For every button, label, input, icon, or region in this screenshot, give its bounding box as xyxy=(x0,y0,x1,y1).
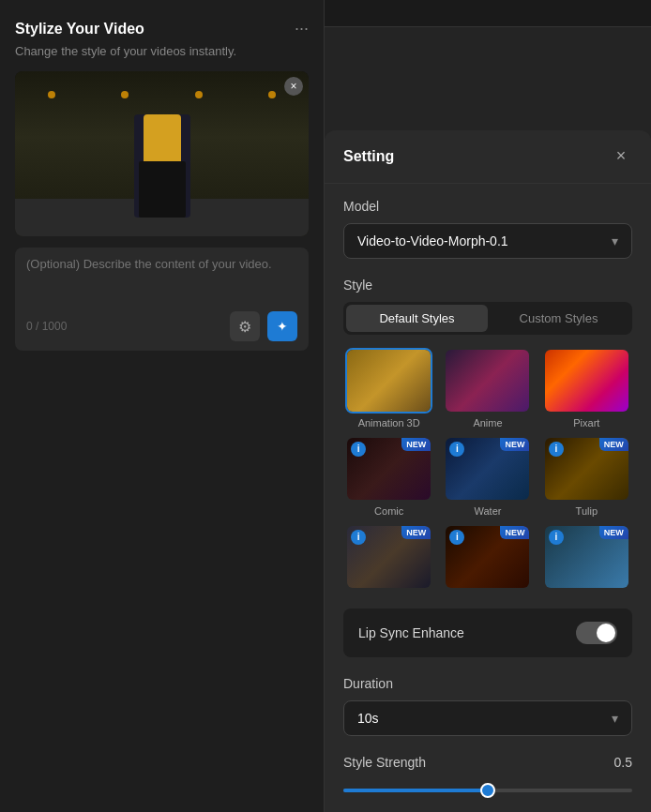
tab-custom-styles[interactable]: Custom Styles xyxy=(488,305,629,332)
new-badge: NEW xyxy=(500,526,529,539)
new-badge: NEW xyxy=(599,438,628,451)
new-badge: NEW xyxy=(500,438,529,451)
settings-content: Model Video-to-Video-Morph-0.1 ▾ Style D… xyxy=(325,184,651,807)
duration-label: Duration xyxy=(343,676,632,691)
scene-figure xyxy=(134,114,190,218)
style-thumb-tulip: i NEW xyxy=(543,436,630,502)
style-thumb-new1: i NEW xyxy=(345,524,432,590)
style-item-pixart[interactable]: Pixart xyxy=(541,348,632,429)
style-thumb-pixart xyxy=(543,348,630,414)
style-item-animation3d[interactable]: Animation 3D xyxy=(343,348,434,429)
style-item-anime[interactable]: Anime xyxy=(442,348,533,429)
scene-lights xyxy=(15,81,309,109)
slider-fill xyxy=(343,789,488,792)
magic-button[interactable]: ✦ xyxy=(267,311,297,341)
left-panel: Stylize Your Video ··· Change the style … xyxy=(0,0,324,812)
model-dropdown[interactable]: Video-to-Video-Morph-0.1 ▾ xyxy=(343,223,632,259)
light-dot xyxy=(268,91,276,98)
toggle-knob xyxy=(597,624,615,642)
style-thumb-animation3d xyxy=(345,348,432,414)
style-name-pixart: Pixart xyxy=(573,417,599,429)
panel-header: Stylize Your Video ··· xyxy=(15,19,309,38)
light-dot xyxy=(121,91,129,98)
model-value: Video-to-Video-Morph-0.1 xyxy=(357,233,508,248)
strength-header: Style Strength 0.5 xyxy=(343,755,632,779)
style-thumb-new2: i NEW xyxy=(444,524,531,590)
style-thumb-new3: i NEW xyxy=(543,524,630,590)
filter-button[interactable]: ⚙ xyxy=(230,311,260,341)
tab-default-styles[interactable]: Default Styles xyxy=(346,305,488,332)
style-item-new1[interactable]: i NEW xyxy=(343,524,434,594)
new-badge: NEW xyxy=(401,438,431,451)
info-icon: i xyxy=(351,442,366,457)
duration-dropdown[interactable]: 10s ▾ xyxy=(343,700,632,736)
magic-icon: ✦ xyxy=(277,319,288,334)
model-label: Model xyxy=(343,199,632,214)
description-textarea[interactable] xyxy=(26,257,297,304)
duration-value: 10s xyxy=(357,711,379,726)
style-item-new3[interactable]: i NEW xyxy=(541,524,632,594)
style-thumb-comic: i NEW xyxy=(345,436,432,502)
panel-subtitle: Change the style of your videos instantl… xyxy=(15,44,309,58)
style-strength-slider[interactable] xyxy=(343,789,632,792)
style-thumb-anime xyxy=(444,348,531,414)
style-thumb-water: i NEW xyxy=(444,436,531,502)
thumb-bg xyxy=(545,350,628,412)
thumb-bg xyxy=(347,350,431,412)
style-grid: Animation 3D Anime Pixart xyxy=(343,348,632,594)
new-badge: NEW xyxy=(401,526,431,539)
style-item-water[interactable]: i NEW Water xyxy=(442,436,533,517)
style-strength-value: 0.5 xyxy=(614,755,632,779)
info-icon: i xyxy=(549,442,564,457)
style-item-new2[interactable]: i NEW xyxy=(442,524,533,594)
style-label: Style xyxy=(343,278,632,293)
close-preview-button[interactable]: × xyxy=(284,77,303,96)
style-name-tulip: Tulip xyxy=(576,505,598,517)
style-name-animation3d: Animation 3D xyxy=(358,417,420,429)
close-settings-button[interactable]: × xyxy=(610,145,632,168)
style-item-comic[interactable]: i NEW Comic xyxy=(343,436,434,517)
style-name-anime: Anime xyxy=(473,417,502,429)
more-options-icon[interactable]: ··· xyxy=(295,19,309,38)
style-tabs: Default Styles Custom Styles xyxy=(343,302,632,335)
lip-sync-toggle[interactable] xyxy=(576,622,617,644)
scene-background xyxy=(15,71,309,236)
filter-icon: ⚙ xyxy=(238,318,251,336)
thumb-bg xyxy=(446,350,529,412)
description-wrapper: 0 / 1000 ⚙ ✦ xyxy=(15,248,309,351)
light-dot xyxy=(195,91,203,98)
settings-panel: Setting × Model Video-to-Video-Morph-0.1… xyxy=(324,0,651,812)
top-bar xyxy=(325,0,651,27)
lip-sync-label: Lip Sync Enhance xyxy=(358,625,464,640)
char-count: 0 / 1000 xyxy=(26,320,67,333)
lip-sync-row: Lip Sync Enhance xyxy=(343,609,632,657)
dropdown-arrow-icon: ▾ xyxy=(612,233,618,248)
settings-modal: Setting × Model Video-to-Video-Morph-0.1… xyxy=(325,130,651,812)
dropdown-arrow-icon: ▾ xyxy=(612,711,618,726)
slider-thumb xyxy=(480,783,495,798)
style-name-water: Water xyxy=(475,505,502,517)
info-icon: i xyxy=(549,530,564,545)
info-icon: i xyxy=(351,530,366,545)
style-strength-label: Style Strength xyxy=(343,755,426,770)
settings-modal-header: Setting × xyxy=(325,130,651,184)
style-item-tulip[interactable]: i NEW Tulip xyxy=(541,436,632,517)
textarea-footer: 0 / 1000 ⚙ ✦ xyxy=(26,311,297,341)
panel-title: Stylize Your Video xyxy=(15,21,144,38)
textarea-actions: ⚙ ✦ xyxy=(230,311,297,341)
settings-title: Setting xyxy=(343,148,394,165)
style-name-comic: Comic xyxy=(374,505,403,517)
new-badge: NEW xyxy=(599,526,628,539)
light-dot xyxy=(48,91,55,98)
video-preview: × xyxy=(15,71,309,236)
